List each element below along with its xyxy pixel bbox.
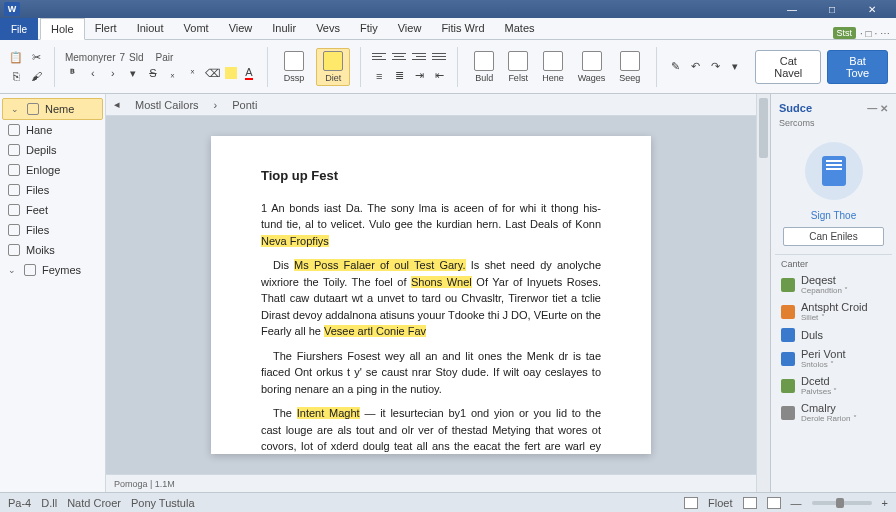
status-lang[interactable]: Natd Croer [67,497,121,509]
nav-item[interactable]: Files [0,220,105,240]
view-print-icon[interactable] [743,497,757,509]
nav-item[interactable]: Feet [0,200,105,220]
nav-item[interactable]: ⌄Neme [2,98,103,120]
status-badge: Stst [833,27,857,39]
bullets-icon[interactable]: ≡ [371,68,387,84]
nav-item[interactable]: Files [0,180,105,200]
view-web-icon[interactable] [767,497,781,509]
recent-item[interactable]: DeqestCepandtion ˅ [775,271,892,298]
ribbon-more[interactable]: · □ · ⋯ [860,28,890,39]
hene-button[interactable]: Hene [536,49,570,85]
recent-item[interactable]: DcetdPalvtses ˅ [775,372,892,399]
breadcrumb-item[interactable]: Ponti [225,96,264,114]
ribbon-tab[interactable]: Vevs [306,18,350,39]
nav-item[interactable]: Enloge [0,160,105,180]
bat-tove-button[interactable]: Bat Tove [827,50,888,84]
breadcrumb-back-icon[interactable]: ◂ [114,98,120,111]
sign-link[interactable]: Sign Thoe [775,208,892,223]
justify-icon[interactable] [431,50,447,66]
cut-icon[interactable]: ✂ [28,50,44,66]
scrollbar-thumb[interactable] [759,98,768,158]
document-page[interactable]: Tiop up Fest 1 An bonds iast Da. The son… [211,136,651,454]
undo-icon[interactable]: ↶ [687,59,703,75]
doc-paragraph: The Fiurshers Fosest wey all an and lit … [261,348,601,398]
ribbon-tab[interactable]: Ftiy [350,18,388,39]
status-extra[interactable]: Pony Tustula [131,497,195,509]
copy-icon[interactable]: ⎘ [8,68,24,84]
chevron-down-icon[interactable]: ▾ [727,59,743,75]
file-tab[interactable]: File [0,18,38,40]
cat-navel-button[interactable]: Cat Navel [755,50,821,84]
font-name[interactable]: Memonyrer [65,52,116,63]
wages-button[interactable]: Wages [572,49,612,85]
seeg-button[interactable]: Seeg [613,49,646,85]
highlight-icon[interactable] [225,67,237,79]
ribbon-tab[interactable]: Fitis Wrd [431,18,494,39]
highlighted-text: Shons Wnel [411,276,472,288]
redo-icon[interactable]: ↷ [707,59,723,75]
font-color-icon[interactable]: A [241,65,257,81]
underline-icon[interactable]: ▾ [125,65,141,81]
document-icon [822,156,846,186]
outdent-icon[interactable]: ⇤ [431,68,447,84]
zoom-out-icon[interactable]: — [791,497,802,509]
nav-item[interactable]: Hane [0,120,105,140]
buld-button[interactable]: Buld [468,49,500,85]
view-read-icon[interactable] [684,497,698,509]
status-words[interactable]: D.ll [41,497,57,509]
paste-icon[interactable]: 📋 [8,50,24,66]
ribbon-tab[interactable]: Iniout [127,18,174,39]
recent-item[interactable]: Antspht CroidSiliet ˅ [775,298,892,325]
zoom-label[interactable]: Floet [708,497,732,509]
font-size[interactable]: 7 [119,52,125,63]
numbering-icon[interactable]: ≣ [391,68,407,84]
ribbon-tab[interactable]: Hole [40,18,85,40]
recent-item[interactable]: Peri VontSntolos ˅ [775,345,892,372]
diet-button[interactable]: Diet [316,48,350,86]
arrow-left-icon[interactable]: ‹ [85,65,101,81]
status-page[interactable]: Pa-4 [8,497,31,509]
felst-icon [508,51,528,71]
zoom-slider[interactable] [812,501,872,505]
wages-icon [582,51,602,71]
recent-item[interactable]: Duls [775,325,892,345]
maximize-button[interactable]: □ [812,4,852,15]
close-button[interactable]: ✕ [852,4,892,15]
nav-item[interactable]: ⌄Feymes [0,260,105,280]
ribbon-tab[interactable]: Vomt [174,18,219,39]
bold-icon[interactable]: ᴮ [65,65,81,81]
nav-item-icon [8,124,20,136]
format-painter-icon[interactable]: 🖌 [28,68,44,84]
minimize-button[interactable]: — [772,4,812,15]
sub-icon[interactable]: ₓ [165,65,181,81]
felst-button[interactable]: Felst [502,49,534,85]
pencil-icon[interactable]: ✎ [667,59,683,75]
strike-icon[interactable]: S [145,65,161,81]
arrow-right-icon[interactable]: › [105,65,121,81]
nav-item-icon [8,204,20,216]
nav-item[interactable]: Moiks [0,240,105,260]
drop-button[interactable]: Dssp [278,49,311,85]
panel-close-icon[interactable]: ― ✕ [867,103,888,114]
ribbon-tab[interactable]: Inulir [262,18,306,39]
panel-title: Sudce [779,102,812,114]
super-icon[interactable]: ˣ [185,65,201,81]
nav-item-icon [8,164,20,176]
breadcrumb-item[interactable]: Mostl Cailors [128,96,206,114]
recent-item-icon [781,352,795,366]
align-right-icon[interactable] [411,50,427,66]
recent-item[interactable]: CmalryDerole Rarion ˅ [775,399,892,426]
zoom-in-icon[interactable]: + [882,497,888,509]
clear-icon[interactable]: ⌫ [205,65,221,81]
ribbon-tab[interactable]: View [219,18,263,39]
ribbon-tab[interactable]: Mates [495,18,545,39]
align-left-icon[interactable] [371,50,387,66]
ribbon-tab[interactable]: View [388,18,432,39]
seeg-icon [620,51,640,71]
indent-icon[interactable]: ⇥ [411,68,427,84]
vertical-scrollbar[interactable] [756,94,770,492]
align-center-icon[interactable] [391,50,407,66]
nav-item[interactable]: Depils [0,140,105,160]
ribbon-tab[interactable]: Flert [85,18,127,39]
can-eniles-button[interactable]: Can Eniles [783,227,884,246]
